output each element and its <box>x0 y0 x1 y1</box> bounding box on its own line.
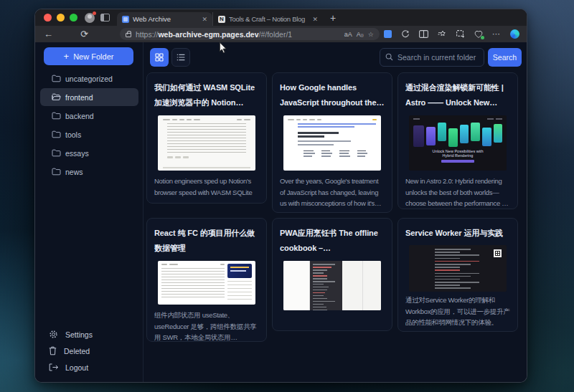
translate-icon[interactable]: aA <box>344 31 352 38</box>
search-icon <box>385 53 393 61</box>
cards-grid: 我们如何通过 WASM SQLite 加速浏览器中的 Notion ——… No… <box>146 72 527 342</box>
history-icon[interactable] <box>401 30 410 39</box>
card-title: React 纯 FC 的项目用什么做数据管理 <box>154 226 259 256</box>
address-bar[interactable]: https://web-archive-egm.pages.dev/#/fold… <box>120 28 380 40</box>
tab-notion-blog[interactable]: N Tools & Craft – Notion Blog ✕ <box>212 12 323 26</box>
thumb-sidebar <box>227 264 252 302</box>
url-text: https://web-archive-egm.pages.dev/#/fold… <box>136 30 340 39</box>
thumb-code-block <box>310 261 342 310</box>
gear-icon <box>49 330 58 339</box>
card-google-javascript[interactable]: How Google handles JavaScript throughout… <box>272 72 392 213</box>
folder-label: tools <box>65 130 81 139</box>
split-screen-icon[interactable] <box>419 30 428 38</box>
copilot-icon[interactable] <box>510 29 519 39</box>
minimize-window-button[interactable] <box>57 14 65 21</box>
sidebar-item-frontend[interactable]: frontend <box>40 88 138 106</box>
card-description: Over the years, Google's treatment of Ja… <box>280 176 385 209</box>
card-title: 我们如何通过 WASM SQLite 加速浏览器中的 Notion ——… <box>154 80 259 110</box>
folder-icon <box>52 112 61 120</box>
main-topbar: Search <box>144 42 527 72</box>
close-tab-icon[interactable]: ✕ <box>312 16 318 23</box>
new-folder-button[interactable]: + New Folder <box>44 47 133 65</box>
browser-essentials-icon[interactable] <box>474 30 483 39</box>
main-area: Search 我们如何通过 WASM SQLite 加速浏览器中的 Notion… <box>144 42 527 382</box>
folder-label: backend <box>65 112 94 120</box>
card-description: 通过对Service Worker的理解和 Workbox的应用，可以进一步提升… <box>405 295 510 328</box>
card-wasm-sqlite[interactable]: 我们如何通过 WASM SQLite 加速浏览器中的 Notion ——… No… <box>146 72 267 204</box>
card-description: Notion engineers sped up Notion's browse… <box>154 176 259 198</box>
search-input[interactable] <box>380 48 484 67</box>
thumb-nav <box>161 264 225 265</box>
menu-label: Deleted <box>64 347 90 355</box>
thumb-caption: Unlock New Possibilities with Hybrid Ren… <box>429 149 486 158</box>
card-thumbnail <box>283 115 381 171</box>
close-tab-icon[interactable]: ✕ <box>202 16 207 23</box>
card-astro-hybrid[interactable]: 通过混合渲染解锁新可能性 | Astro —— Unlock New… Unlo… <box>397 72 518 209</box>
logout-button[interactable]: Logout <box>35 359 143 376</box>
search-button[interactable]: Search <box>488 48 522 67</box>
browser-window: Web Archive ✕ N Tools & Craft – Notion B… <box>34 9 527 383</box>
sidebar-item-uncategorized[interactable]: uncategorized <box>40 70 138 87</box>
new-tab-button[interactable]: + <box>330 13 336 23</box>
menu-label: Logout <box>65 363 88 372</box>
notion-favicon: N <box>218 16 225 23</box>
refresh-button[interactable]: ⟳ <box>80 29 88 39</box>
thumb-nav <box>413 118 502 120</box>
sidebar-item-essays[interactable]: essays <box>40 144 138 162</box>
thumb-text-lines <box>167 123 246 153</box>
folder-icon <box>52 149 61 157</box>
deleted-button[interactable]: Deleted <box>35 343 143 359</box>
card-title: How Google handles JavaScript throughout… <box>280 80 385 110</box>
card-title: 通过混合渲染解锁新可能性 | Astro —— Unlock New… <box>405 80 510 110</box>
collections-icon[interactable] <box>438 30 447 38</box>
tab-title: Web Archive <box>133 15 198 23</box>
browser-toolbar: ← ⟳ https://web-archive-egm.pages.dev/#/… <box>35 26 527 42</box>
settings-menu-icon[interactable]: ⋯ <box>492 29 501 39</box>
window-controls[interactable] <box>44 14 77 21</box>
folder-list: uncategorized frontend backend tools ess… <box>35 70 143 181</box>
grid-icon <box>155 53 164 62</box>
thumb-footer <box>163 167 250 168</box>
folder-icon <box>52 130 61 138</box>
card-pwa-cookbook[interactable]: PWA应用烹饪书 The offline cookbook –… <box>272 218 392 331</box>
profile-avatar[interactable] <box>85 13 95 23</box>
tab-panes-icon[interactable] <box>100 14 110 21</box>
web-capture-icon[interactable] <box>456 30 465 38</box>
thumb-nav <box>163 119 250 120</box>
tab-web-archive[interactable]: Web Archive ✕ <box>117 12 212 26</box>
thumb-caption-bar <box>441 160 474 163</box>
lock-icon <box>126 33 131 37</box>
card-thumbnail <box>158 115 255 171</box>
folder-open-icon <box>52 93 61 101</box>
thumb-screens <box>413 123 502 147</box>
settings-button[interactable]: Settings <box>35 326 143 343</box>
zoom-window-button[interactable] <box>70 14 77 21</box>
folder-label: news <box>65 168 83 176</box>
list-view-button[interactable] <box>171 48 190 67</box>
sidebar-item-backend[interactable]: backend <box>40 107 138 125</box>
search-area: Search <box>380 48 522 67</box>
sidebar-item-tools[interactable]: tools <box>40 125 138 143</box>
thumb-nav <box>288 119 377 120</box>
folder-label: uncategorized <box>65 75 113 83</box>
favorite-star-icon[interactable]: ☆ <box>368 31 374 38</box>
thumb-page-right <box>342 261 381 310</box>
thumb-content <box>161 264 225 302</box>
grid-view-button[interactable] <box>150 48 169 67</box>
search-box <box>380 48 484 67</box>
sidebar-item-news[interactable]: news <box>40 163 138 181</box>
toolbar-icons: ⋯ <box>384 29 519 39</box>
plus-icon: + <box>64 52 70 61</box>
read-aloud-icon[interactable]: A)) <box>357 31 364 38</box>
card-react-fc[interactable]: React 纯 FC 的项目用什么做数据管理 组件内部状态用 useState、… <box>146 218 267 342</box>
web-archive-favicon <box>122 16 129 23</box>
page-content: + New Folder uncategorized frontend back… <box>35 42 527 382</box>
card-service-worker[interactable]: Service Worker 运用与实践 通过对Service Worker的理… <box>397 218 518 332</box>
back-button[interactable]: ← <box>44 29 53 39</box>
card-thumbnail <box>158 261 255 305</box>
card-thumbnail: Unlock New Possibilities with Hybrid Ren… <box>409 115 507 171</box>
card-title: Service Worker 运用与实践 <box>405 226 510 241</box>
close-window-button[interactable] <box>44 14 52 21</box>
workspaces-icon[interactable] <box>384 30 392 38</box>
folder-label: essays <box>65 149 89 158</box>
